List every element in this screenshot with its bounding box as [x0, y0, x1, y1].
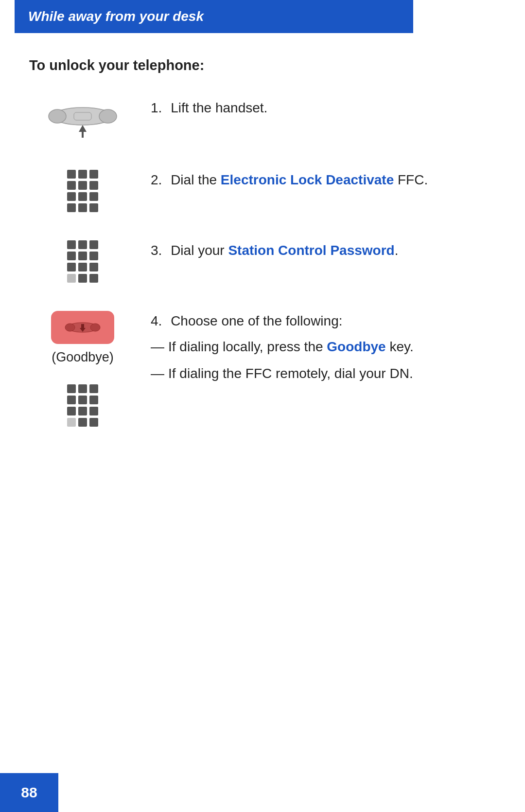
step-2-icon-col: [29, 165, 136, 212]
step-3-row: 3. Dial your Station Control Password.: [29, 235, 496, 283]
steps-list: 1. Lift the handset. 2. Dial the Elec: [29, 93, 496, 450]
step-3-text-col: 3. Dial your Station Control Password.: [136, 235, 496, 261]
sub-bullet-1: — If dialing locally, press the Goodbye …: [151, 337, 496, 357]
step-4-icon-col: (Goodbye): [29, 306, 136, 427]
header-bar: While away from your desk: [15, 0, 413, 33]
goodbye-button-icon: [51, 311, 114, 344]
step-1-text-col: 1. Lift the handset.: [136, 93, 496, 118]
goodbye-label: (Goodbye): [52, 350, 114, 365]
keypad-icon-2: [67, 170, 98, 212]
step-1-text: 1. Lift the handset.: [151, 100, 267, 115]
handset-up-icon: [44, 98, 122, 142]
step-1-icon-col: [29, 93, 136, 142]
footer: 88: [0, 773, 58, 812]
svg-point-7: [90, 324, 100, 331]
keypad-icon-3: [67, 240, 98, 283]
goodbye-button-wrap: (Goodbye): [51, 311, 114, 365]
step-3-text: 3. Dial your Station Control Password.: [151, 243, 398, 258]
svg-point-2: [99, 109, 117, 123]
sub-bullet-2: — If dialing the FFC remotely, dial your…: [151, 364, 496, 384]
step-2-row: 2. Dial the Electronic Lock Deactivate F…: [29, 165, 496, 212]
step-4-row: (Goodbye) 4. Choose one of the following…: [29, 306, 496, 427]
svg-point-1: [49, 109, 66, 123]
step-4-text-col: 4. Choose one of the following: — If dia…: [136, 306, 496, 390]
step-3-icon-col: [29, 235, 136, 283]
step-4-sub-bullets: — If dialing locally, press the Goodbye …: [151, 337, 496, 383]
keypad-icon-4: [67, 384, 98, 427]
section-heading: To unlock your telephone:: [29, 57, 496, 73]
goodbye-phone-svg: [63, 317, 102, 338]
step-4-text: 4. Choose one of the following:: [151, 313, 343, 328]
page-number: 88: [21, 784, 37, 801]
svg-point-6: [65, 324, 75, 331]
svg-marker-4: [79, 125, 87, 138]
step-1-row: 1. Lift the handset.: [29, 93, 496, 142]
header-title: While away from your desk: [28, 9, 204, 24]
svg-rect-3: [74, 112, 91, 120]
main-content: To unlock your telephone:: [0, 33, 525, 489]
step-2-text-col: 2. Dial the Electronic Lock Deactivate F…: [136, 165, 496, 190]
step-2-text: 2. Dial the Electronic Lock Deactivate F…: [151, 172, 428, 187]
